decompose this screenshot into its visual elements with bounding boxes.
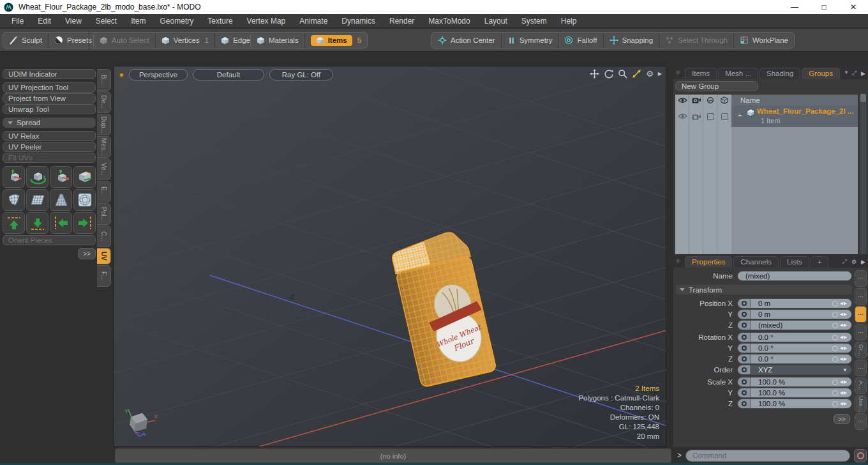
- maximize-button[interactable]: □: [809, 0, 839, 14]
- expand-panel-icon[interactable]: ⤢: [842, 258, 847, 265]
- menu-item-texture[interactable]: Texture: [200, 15, 239, 27]
- panel-thumb-icon[interactable]: [676, 259, 682, 264]
- menu-item-layout[interactable]: Layout: [477, 15, 514, 27]
- sidebar-tab-c[interactable]: C...: [97, 225, 111, 247]
- udim-indicator-button[interactable]: UDIM Indicator: [3, 69, 96, 79]
- tool-pack-down-icon[interactable]: [26, 212, 49, 234]
- side-tab-2[interactable]: ⋮: [855, 306, 867, 323]
- menu-item-select[interactable]: Select: [89, 15, 124, 27]
- value-field[interactable]: 0 m◀▶: [751, 310, 851, 319]
- value-field[interactable]: 0.0 °◀▶: [751, 354, 851, 363]
- menu-item-item[interactable]: Item: [124, 15, 153, 27]
- value-field[interactable]: 100.0 %◀▶: [751, 377, 851, 386]
- row-name-cell[interactable]: + Wheat_Flour_Package_2l ... 1 Item: [731, 105, 858, 127]
- sidebar-more-button[interactable]: >>: [78, 248, 96, 259]
- expand-plus-icon[interactable]: +: [738, 111, 742, 119]
- action-center-button[interactable]: Action Center: [432, 33, 502, 48]
- value-field[interactable]: 0.0 °◀▶: [751, 344, 851, 353]
- 3d-viewport[interactable]: Whole Wheat Flour Perspective Default Ra…: [114, 66, 666, 447]
- tool-move-icon[interactable]: [3, 166, 25, 188]
- tool-extend-icon[interactable]: [73, 166, 96, 188]
- orient-pieces-button[interactable]: Orient Pieces: [3, 235, 96, 245]
- row-checkbox-2[interactable]: [717, 105, 731, 127]
- tool-uv-project-icon[interactable]: [50, 189, 72, 211]
- tab-item[interactable]: +: [811, 256, 829, 268]
- uv-projection-tool-button[interactable]: UV Projection Tool: [3, 82, 96, 93]
- transform-section-header[interactable]: Transform: [676, 285, 852, 294]
- close-button[interactable]: ✕: [839, 0, 868, 14]
- channel-toggle[interactable]: [738, 344, 751, 353]
- value-field[interactable]: 100.0 %◀▶: [751, 388, 851, 397]
- maximize-viewport-icon[interactable]: [632, 69, 641, 79]
- falloff-button[interactable]: Falloff: [558, 33, 603, 48]
- pan-icon[interactable]: [590, 69, 599, 79]
- camera-view-button[interactable]: Perspective: [129, 69, 188, 80]
- row-render-camera-icon[interactable]: [689, 105, 703, 127]
- sculpt-button[interactable]: Sculpt: [3, 33, 49, 48]
- sidebar-tab-f[interactable]: F...: [97, 265, 111, 287]
- tool-pack-left-icon[interactable]: [50, 212, 72, 234]
- viewport-settings-gear-icon[interactable]: ⚙: [646, 69, 654, 79]
- tab-mesh[interactable]: Mesh ...: [718, 68, 758, 79]
- spinner-arrows-icon[interactable]: ◀▶: [840, 335, 848, 340]
- panel-flyout-icon[interactable]: ▶: [861, 70, 865, 77]
- side-tab-7[interactable]: Use…: [855, 395, 867, 412]
- spinner-arrows-icon[interactable]: ◀▶: [840, 390, 848, 395]
- channel-toggle[interactable]: [738, 365, 751, 374]
- tab-groups[interactable]: Groups: [802, 68, 840, 79]
- spinner-arrows-icon[interactable]: ◀▶: [840, 356, 848, 362]
- menu-item-dynamics[interactable]: Dynamics: [334, 15, 382, 27]
- sidebar-tab-mes[interactable]: Mes...: [97, 136, 111, 158]
- vertices-mode-button[interactable]: Vertices 1: [156, 33, 215, 48]
- menu-item-view[interactable]: View: [58, 15, 89, 27]
- render-camera-icon[interactable]: [689, 95, 703, 105]
- channel-toggle[interactable]: [738, 388, 751, 397]
- viewport-flyout-icon[interactable]: ▶: [658, 71, 662, 77]
- menu-item-render[interactable]: Render: [382, 15, 421, 27]
- sidebar-tab-b[interactable]: B...: [97, 69, 111, 91]
- sidebar-tab-ve[interactable]: Ve...: [97, 158, 111, 180]
- menu-item-edit[interactable]: Edit: [31, 15, 58, 27]
- tab-lists[interactable]: Lists: [780, 256, 809, 268]
- spinner-arrows-icon[interactable]: ◀▶: [840, 379, 848, 385]
- side-tab-6[interactable]: A…: [855, 377, 867, 394]
- value-field[interactable]: 0.0 °◀▶: [751, 333, 851, 342]
- visibility-eye-icon[interactable]: [675, 95, 689, 105]
- channel-toggle[interactable]: [738, 333, 751, 342]
- side-tab-1[interactable]: ⋮: [855, 288, 867, 305]
- spinner-arrows-icon[interactable]: ◀▶: [840, 323, 848, 328]
- menu-item-system[interactable]: System: [514, 15, 554, 27]
- order-dropdown[interactable]: XYZ▼: [751, 365, 851, 374]
- new-group-button[interactable]: New Group: [675, 81, 758, 91]
- menu-item-geometry[interactable]: Geometry: [153, 15, 201, 27]
- symmetry-button[interactable]: Symmetry: [502, 33, 559, 48]
- raygl-button[interactable]: Ray GL: Off: [269, 69, 333, 80]
- select-through-button[interactable]: Select Through: [659, 33, 734, 48]
- tool-transform-icon[interactable]: [50, 166, 72, 188]
- wheat-flour-package-model[interactable]: Whole Wheat Flour: [389, 229, 497, 388]
- spinner-arrows-icon[interactable]: ◀▶: [840, 312, 848, 317]
- panel-thumb-icon[interactable]: [676, 70, 682, 76]
- workplane-button[interactable]: WorkPlane: [734, 33, 794, 48]
- name-value-field[interactable]: (mixed): [738, 271, 851, 280]
- chevron-down-icon[interactable]: ▼: [844, 70, 849, 75]
- side-tab-4[interactable]: Gr…: [855, 342, 867, 358]
- fit-uvs-button[interactable]: Fit UVs: [3, 153, 96, 163]
- menu-item-vertex-map[interactable]: Vertex Map: [240, 15, 293, 27]
- macro-record-button[interactable]: [854, 449, 867, 462]
- project-from-view-button[interactable]: Project from View: [3, 93, 96, 103]
- spinner-arrows-icon[interactable]: ◀▶: [840, 346, 848, 351]
- items-mode-button[interactable]: Items 5: [305, 33, 367, 48]
- properties-more-button[interactable]: >>: [834, 414, 850, 424]
- tab-shading[interactable]: Shading: [760, 68, 800, 79]
- orbit-icon[interactable]: [604, 69, 613, 79]
- uv-relax-button[interactable]: UV Relax: [3, 131, 96, 141]
- tab-items[interactable]: Items: [685, 68, 717, 79]
- group-row-wheat-flour-package[interactable]: + Wheat_Flour_Package_2l ... 1 Item: [675, 105, 858, 127]
- menu-item-animate[interactable]: Animate: [292, 15, 334, 27]
- zoom-icon[interactable]: [618, 69, 627, 79]
- command-input[interactable]: [685, 450, 850, 462]
- channel-toggle[interactable]: [738, 399, 751, 408]
- value-field[interactable]: (mixed)◀▶: [751, 321, 851, 330]
- side-tab-8[interactable]: ⋮: [855, 413, 867, 430]
